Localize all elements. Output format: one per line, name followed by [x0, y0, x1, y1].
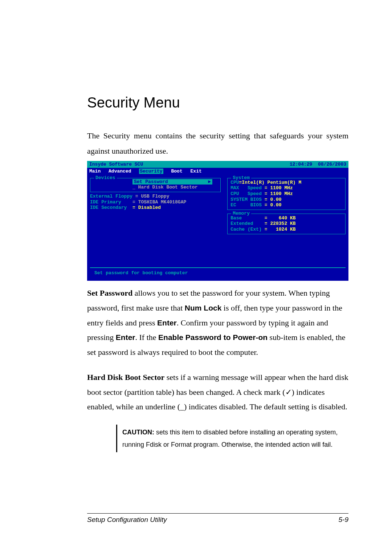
bios-screenshot: Insyde Software SCU 12:04:29 08/26/2003 … [87, 161, 348, 281]
bios-help-line: Set password for booting computer [90, 267, 346, 281]
set-password-item[interactable]: Set Password ► [132, 179, 212, 185]
device-row: IDE Primary = TOSHIBA MK4018GAP [90, 199, 221, 205]
bios-time: 12:04:29 [290, 162, 312, 167]
submenu-arrow-icon: ► [208, 179, 211, 185]
menu-boot[interactable]: Boot [171, 169, 183, 174]
mem-value: = 228352 KB [265, 221, 296, 226]
set-password-paragraph: Set Password allows you to set the passw… [87, 286, 348, 360]
menu-security[interactable]: Security [139, 169, 163, 174]
device-row: IDE Secondary = Disabled [90, 205, 221, 211]
kw: Enable Password to Power-on [158, 333, 268, 341]
kw: Enter [157, 319, 177, 327]
caution-label: CAUTION: [122, 429, 154, 436]
caution-text: sets this item to disabled before instal… [122, 429, 338, 448]
page-heading: Security Menu [87, 94, 348, 111]
system-box: System CPU=Intel(R) Pentium(R) M MAX Spe… [227, 178, 346, 210]
bios-clock: 12:04:29 08/26/2003 [290, 162, 346, 167]
device-row: External Floppy = USB Floppy [90, 194, 221, 199]
sys-label: MAX Speed [230, 185, 265, 191]
memory-title: Memory [231, 211, 251, 216]
caution-block: CAUTION: sets this item to disabled befo… [116, 425, 348, 452]
hard-disk-boot-sector-paragraph: Hard Disk Boot Sector sets if a warning … [87, 370, 348, 414]
sys-value: = 1100 MHz [265, 191, 293, 197]
mem-value: = 640 KB [265, 215, 296, 221]
sys-value: = 0.00 [265, 202, 282, 208]
footer-left: Setup Configuration Utility [87, 516, 167, 524]
set-password-lead: Set Password [87, 288, 132, 297]
mem-value: = 1024 KB [265, 227, 296, 232]
mem-label: Cache (Ext) [230, 227, 265, 232]
sys-value: = 0.00 [265, 197, 282, 202]
sys-label: CPU Speed [230, 191, 265, 197]
bios-date: 08/26/2003 [318, 162, 346, 167]
bios-titlebar: Insyde Software SCU 12:04:29 08/26/2003 [87, 161, 348, 168]
bios-menubar: Main Advanced Security Boot Exit [87, 168, 348, 177]
hdbs-lead: Hard Disk Boot Sector [87, 373, 164, 382]
sys-value: = 1100 MHz [265, 185, 293, 191]
footer-page-number: 5-9 [339, 516, 348, 524]
menu-exit[interactable]: Exit [191, 169, 202, 174]
kw: Num Lock [185, 304, 222, 312]
sys-label: SYSTEM BIOS [230, 197, 265, 202]
system-title: System [231, 175, 251, 181]
page-footer: Setup Configuration Utility 5-9 [87, 513, 348, 524]
kw: Enter [116, 333, 135, 341]
devices-title: Devices [94, 175, 117, 181]
bios-brand: Insyde Software SCU [89, 162, 143, 167]
menu-advanced[interactable]: Advanced [109, 169, 131, 174]
intro-paragraph: The Security menu contains the security … [87, 128, 348, 159]
set-password-label: Set Password [134, 179, 168, 185]
menu-main[interactable]: Main [89, 169, 101, 174]
mem-label: Extended [230, 221, 265, 226]
sys-label: EC BIOS [230, 202, 265, 208]
memory-box: Memory Base = 640 KB Extended = 228352 K… [227, 214, 346, 234]
hard-disk-boot-sector-item[interactable]: _ Hard Disk Boot Sector [132, 185, 218, 190]
